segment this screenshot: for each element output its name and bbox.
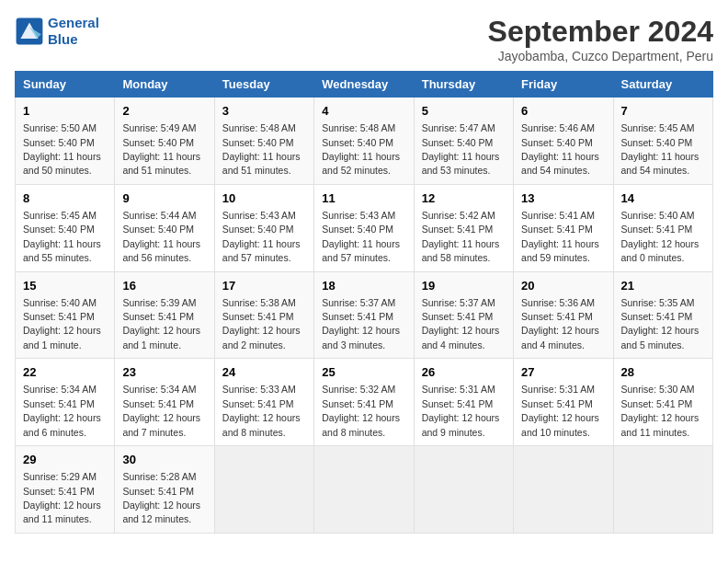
- calendar-cell: 11Sunrise: 5:43 AMSunset: 5:40 PMDayligh…: [314, 184, 414, 271]
- day-info: Sunrise: 5:42 AMSunset: 5:41 PMDaylight:…: [422, 210, 500, 263]
- day-number: 26: [422, 364, 506, 381]
- day-info: Sunrise: 5:48 AMSunset: 5:40 PMDaylight:…: [222, 122, 301, 176]
- logo: General Blue: [15, 15, 99, 48]
- calendar-table: SundayMondayTuesdayWednesdayThursdayFrid…: [15, 71, 713, 534]
- logo-text: General Blue: [48, 15, 99, 48]
- day-number: 28: [621, 364, 705, 381]
- calendar-cell: 28Sunrise: 5:30 AMSunset: 5:41 PMDayligh…: [613, 359, 712, 446]
- day-number: 8: [23, 190, 107, 207]
- calendar-cell: 3Sunrise: 5:48 AMSunset: 5:40 PMDaylight…: [214, 98, 313, 185]
- day-number: 25: [322, 364, 405, 381]
- day-number: 4: [322, 103, 405, 120]
- day-info: Sunrise: 5:37 AMSunset: 5:41 PMDaylight:…: [422, 297, 500, 350]
- day-number: 27: [521, 364, 605, 381]
- calendar-cell: 22Sunrise: 5:34 AMSunset: 5:41 PMDayligh…: [16, 359, 115, 446]
- calendar-week-2: 15Sunrise: 5:40 AMSunset: 5:41 PMDayligh…: [16, 271, 713, 359]
- calendar-cell: 10Sunrise: 5:43 AMSunset: 5:40 PMDayligh…: [214, 184, 313, 271]
- day-info: Sunrise: 5:28 AMSunset: 5:41 PMDaylight:…: [122, 471, 200, 524]
- day-number: 17: [222, 278, 306, 294]
- day-info: Sunrise: 5:43 AMSunset: 5:40 PMDaylight:…: [322, 210, 400, 263]
- day-number: 24: [222, 364, 306, 381]
- calendar-cell: 21Sunrise: 5:35 AMSunset: 5:41 PMDayligh…: [613, 271, 712, 359]
- day-number: 29: [23, 452, 107, 468]
- calendar-cell: 18Sunrise: 5:37 AMSunset: 5:41 PMDayligh…: [314, 271, 414, 359]
- day-info: Sunrise: 5:34 AMSunset: 5:41 PMDaylight:…: [23, 384, 101, 437]
- day-info: Sunrise: 5:41 AMSunset: 5:41 PMDaylight:…: [521, 210, 599, 263]
- day-number: 1: [23, 103, 107, 120]
- calendar-week-3: 22Sunrise: 5:34 AMSunset: 5:41 PMDayligh…: [16, 359, 713, 446]
- logo-blue: Blue: [48, 31, 99, 48]
- col-header-saturday: Saturday: [613, 72, 712, 98]
- calendar-cell: 8Sunrise: 5:45 AMSunset: 5:40 PMDaylight…: [16, 184, 115, 271]
- day-number: 12: [422, 190, 506, 207]
- day-info: Sunrise: 5:29 AMSunset: 5:41 PMDaylight:…: [23, 471, 101, 524]
- day-info: Sunrise: 5:38 AMSunset: 5:41 PMDaylight:…: [222, 297, 301, 350]
- calendar-cell: 30Sunrise: 5:28 AMSunset: 5:41 PMDayligh…: [115, 446, 214, 534]
- col-header-friday: Friday: [514, 72, 613, 98]
- calendar-cell: 13Sunrise: 5:41 AMSunset: 5:41 PMDayligh…: [514, 184, 613, 271]
- day-number: 16: [122, 278, 206, 294]
- calendar-week-0: 1Sunrise: 5:50 AMSunset: 5:40 PMDaylight…: [16, 98, 713, 185]
- calendar-cell: 25Sunrise: 5:32 AMSunset: 5:41 PMDayligh…: [314, 359, 414, 446]
- day-number: 10: [222, 190, 306, 207]
- day-info: Sunrise: 5:30 AMSunset: 5:41 PMDaylight:…: [621, 384, 700, 437]
- col-header-tuesday: Tuesday: [214, 72, 313, 98]
- calendar-cell: 20Sunrise: 5:36 AMSunset: 5:41 PMDayligh…: [514, 271, 613, 359]
- day-number: 20: [521, 278, 605, 294]
- day-info: Sunrise: 5:48 AMSunset: 5:40 PMDaylight:…: [322, 122, 400, 176]
- day-info: Sunrise: 5:40 AMSunset: 5:41 PMDaylight:…: [23, 297, 101, 350]
- title-block: September 2024 Jayobamba, Cuzco Departme…: [488, 15, 713, 63]
- day-info: Sunrise: 5:43 AMSunset: 5:40 PMDaylight:…: [222, 210, 301, 263]
- calendar-cell: 6Sunrise: 5:46 AMSunset: 5:40 PMDaylight…: [514, 98, 613, 185]
- calendar-cell: 5Sunrise: 5:47 AMSunset: 5:40 PMDaylight…: [414, 98, 513, 185]
- calendar-cell: 4Sunrise: 5:48 AMSunset: 5:40 PMDaylight…: [314, 98, 414, 185]
- day-info: Sunrise: 5:34 AMSunset: 5:41 PMDaylight:…: [122, 384, 200, 437]
- calendar-cell: 9Sunrise: 5:44 AMSunset: 5:40 PMDaylight…: [115, 184, 214, 271]
- calendar-cell: 27Sunrise: 5:31 AMSunset: 5:41 PMDayligh…: [514, 359, 613, 446]
- day-number: 14: [621, 190, 705, 207]
- calendar-cell: 2Sunrise: 5:49 AMSunset: 5:40 PMDaylight…: [115, 98, 214, 185]
- day-info: Sunrise: 5:50 AMSunset: 5:40 PMDaylight:…: [23, 122, 101, 176]
- col-header-monday: Monday: [115, 72, 214, 98]
- day-info: Sunrise: 5:45 AMSunset: 5:40 PMDaylight:…: [23, 210, 101, 263]
- day-number: 5: [422, 103, 506, 120]
- calendar-cell: 19Sunrise: 5:37 AMSunset: 5:41 PMDayligh…: [414, 271, 513, 359]
- day-number: 9: [122, 190, 206, 207]
- calendar-cell: 14Sunrise: 5:40 AMSunset: 5:41 PMDayligh…: [613, 184, 712, 271]
- calendar-week-4: 29Sunrise: 5:29 AMSunset: 5:41 PMDayligh…: [16, 446, 713, 534]
- day-info: Sunrise: 5:36 AMSunset: 5:41 PMDaylight:…: [521, 297, 599, 350]
- col-header-thursday: Thursday: [414, 72, 513, 98]
- calendar-cell: 7Sunrise: 5:45 AMSunset: 5:40 PMDaylight…: [613, 98, 712, 185]
- day-info: Sunrise: 5:31 AMSunset: 5:41 PMDaylight:…: [521, 384, 599, 437]
- calendar-cell: [214, 446, 313, 534]
- calendar-header-row: SundayMondayTuesdayWednesdayThursdayFrid…: [16, 72, 713, 98]
- day-info: Sunrise: 5:47 AMSunset: 5:40 PMDaylight:…: [422, 122, 500, 176]
- day-number: 18: [322, 278, 405, 294]
- day-info: Sunrise: 5:49 AMSunset: 5:40 PMDaylight:…: [122, 122, 200, 176]
- day-number: 19: [422, 278, 506, 294]
- day-info: Sunrise: 5:31 AMSunset: 5:41 PMDaylight:…: [422, 384, 500, 437]
- calendar-cell: 16Sunrise: 5:39 AMSunset: 5:41 PMDayligh…: [115, 271, 214, 359]
- calendar-cell: [613, 446, 712, 534]
- logo-general: General: [48, 15, 99, 30]
- location-subtitle: Jayobamba, Cuzco Department, Peru: [488, 49, 713, 63]
- calendar-cell: [414, 446, 513, 534]
- day-info: Sunrise: 5:45 AMSunset: 5:40 PMDaylight:…: [621, 122, 700, 176]
- day-number: 21: [621, 278, 705, 294]
- calendar-cell: [314, 446, 414, 534]
- day-info: Sunrise: 5:44 AMSunset: 5:40 PMDaylight:…: [122, 210, 200, 263]
- day-number: 15: [23, 278, 107, 294]
- day-number: 23: [122, 364, 206, 381]
- day-number: 2: [122, 103, 206, 120]
- calendar-cell: 15Sunrise: 5:40 AMSunset: 5:41 PMDayligh…: [16, 271, 115, 359]
- day-info: Sunrise: 5:35 AMSunset: 5:41 PMDaylight:…: [621, 297, 700, 350]
- day-number: 3: [222, 103, 306, 120]
- col-header-sunday: Sunday: [16, 72, 115, 98]
- day-number: 6: [521, 103, 605, 120]
- calendar-cell: 24Sunrise: 5:33 AMSunset: 5:41 PMDayligh…: [214, 359, 313, 446]
- logo-icon: [15, 17, 44, 46]
- day-info: Sunrise: 5:37 AMSunset: 5:41 PMDaylight:…: [322, 297, 400, 350]
- day-number: 30: [122, 452, 206, 468]
- calendar-cell: 23Sunrise: 5:34 AMSunset: 5:41 PMDayligh…: [115, 359, 214, 446]
- month-title: September 2024: [488, 15, 713, 49]
